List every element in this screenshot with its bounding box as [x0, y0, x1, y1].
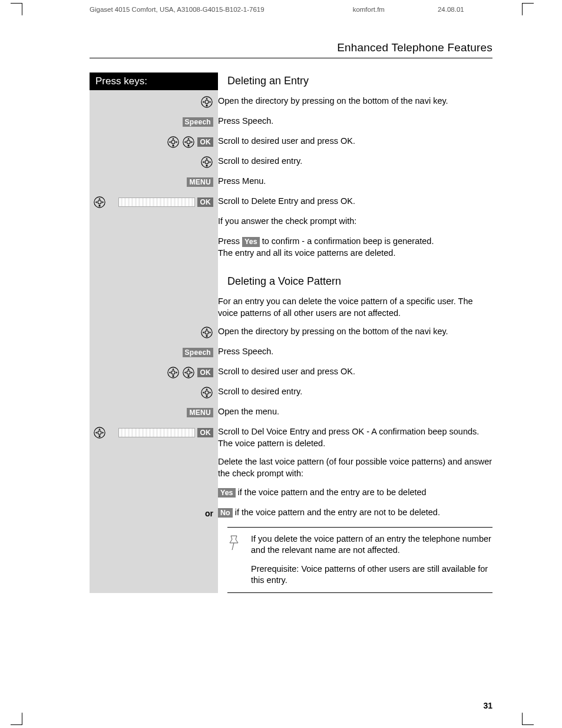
svg-marker-39 — [176, 371, 178, 374]
navi-key-icon — [200, 156, 213, 169]
svg-point-55 — [98, 431, 101, 434]
navi-key-icon — [182, 136, 195, 149]
svg-marker-28 — [98, 198, 101, 200]
svg-marker-15 — [191, 141, 193, 143]
svg-point-25 — [98, 200, 101, 204]
instruction-text: No if the voice pattern and the entry ar… — [218, 507, 492, 519]
note-paragraph: Prerequisite: Voice patterns of other us… — [251, 564, 492, 587]
instruction-text: Scroll to desired user and press OK. — [218, 136, 492, 147]
instruction-text: Scroll to desired entry. — [218, 386, 492, 398]
section-title: Enhanced Telephone Features — [90, 41, 492, 58]
heading-deleting-entry: Deleting an Entry — [227, 75, 492, 87]
navi-key-icon — [167, 136, 180, 149]
note-paragraph: If you delete the voice pattern of an en… — [251, 533, 492, 556]
navi-key-icon — [93, 196, 106, 209]
speech-key-label: Speech — [183, 348, 214, 357]
instruction-text: Press Yes to confirm - a confirmation be… — [218, 236, 492, 259]
svg-marker-57 — [103, 431, 104, 434]
svg-marker-10 — [173, 138, 175, 140]
svg-rect-35 — [206, 335, 208, 337]
svg-line-60 — [232, 543, 234, 550]
instruction-text: If you answer the check prompt with: — [218, 216, 492, 228]
svg-marker-52 — [206, 388, 208, 390]
no-key-label: No — [218, 508, 233, 518]
heading-deleting-voice-pattern: Deleting a Voice Pattern — [227, 275, 492, 288]
text-fragment: Press — [218, 236, 242, 246]
navi-key-icon — [200, 95, 213, 108]
svg-marker-9 — [176, 141, 178, 143]
pushpin-icon — [227, 533, 243, 587]
instruction-text: Scroll to Delete Entry and press OK. — [218, 196, 492, 207]
svg-point-13 — [187, 140, 190, 144]
instruction-text: Press Speech. — [218, 116, 492, 127]
ok-key-label: OK — [197, 137, 213, 147]
navi-key-icon — [182, 366, 195, 379]
doc-date: 24.08.01 — [438, 6, 464, 13]
note-box: If you delete the voice pattern of an en… — [227, 527, 492, 593]
text-fragment: to confirm - a confirmation beep is gene… — [260, 236, 434, 246]
menu-key-label: MENU — [187, 177, 213, 187]
svg-marker-2 — [203, 101, 204, 103]
svg-point-1 — [205, 100, 209, 104]
doc-file: komfort.fm — [353, 6, 385, 13]
svg-point-49 — [205, 391, 209, 394]
navi-key-icon — [200, 326, 213, 339]
svg-point-31 — [205, 331, 209, 334]
svg-marker-51 — [210, 391, 211, 394]
svg-marker-26 — [95, 201, 97, 203]
svg-marker-45 — [191, 371, 193, 374]
press-keys-header: Press keys: — [90, 73, 218, 90]
instruction-text: Open the directory by pressing on the bo… — [218, 95, 492, 107]
instruction-text: Scroll to Del Voice Entry and press OK -… — [218, 426, 492, 449]
instructions-column: Deleting an Entry Open the directory by … — [218, 73, 492, 593]
svg-marker-40 — [173, 368, 175, 370]
svg-rect-59 — [99, 436, 101, 437]
svg-marker-32 — [203, 331, 204, 334]
speech-key-label: Speech — [183, 117, 214, 127]
input-field-icon — [118, 197, 195, 207]
svg-point-7 — [171, 140, 175, 144]
input-field-icon — [118, 428, 195, 437]
instruction-text: Open the directory by pressing on the bo… — [218, 326, 492, 338]
svg-marker-38 — [169, 371, 171, 374]
svg-marker-4 — [206, 98, 208, 100]
text-fragment: The entry and all its voice patterns are… — [218, 248, 395, 258]
svg-rect-47 — [188, 375, 190, 377]
navi-key-icon — [167, 366, 180, 379]
svg-marker-21 — [210, 161, 211, 163]
yes-key-label: Yes — [218, 488, 236, 498]
ok-key-label: OK — [197, 368, 213, 377]
svg-marker-14 — [184, 141, 186, 143]
svg-marker-22 — [206, 158, 208, 160]
svg-point-19 — [205, 160, 209, 164]
svg-rect-29 — [99, 205, 101, 207]
instruction-text: For an entry you can delete the voice pa… — [218, 296, 492, 319]
svg-rect-17 — [188, 145, 190, 147]
ok-key-label: OK — [197, 197, 213, 207]
instruction-text: Delete the last voice pattern (of four p… — [218, 456, 492, 479]
svg-marker-3 — [210, 101, 211, 103]
ok-key-label: OK — [197, 428, 213, 437]
svg-marker-8 — [169, 141, 171, 143]
svg-marker-50 — [203, 391, 204, 394]
or-label: or — [205, 509, 213, 518]
doc-id: Gigaset 4015 Comfort, USA, A31008-G4015-… — [90, 6, 265, 13]
svg-marker-58 — [98, 429, 101, 430]
svg-marker-27 — [103, 201, 104, 203]
svg-marker-44 — [184, 371, 186, 374]
page-number: 31 — [483, 701, 492, 710]
instruction-text: Press Speech. — [218, 346, 492, 358]
yes-key-label: Yes — [242, 237, 260, 247]
svg-rect-11 — [173, 145, 174, 147]
svg-marker-34 — [206, 328, 208, 330]
navi-key-icon — [200, 386, 213, 399]
navi-key-icon — [93, 426, 106, 439]
svg-marker-16 — [188, 138, 190, 140]
instruction-text: Press Menu. — [218, 176, 492, 187]
text-fragment: if the voice pattern and the entry are n… — [233, 508, 440, 517]
svg-point-37 — [171, 371, 175, 374]
svg-rect-23 — [206, 165, 208, 167]
instruction-text: Scroll to desired entry. — [218, 156, 492, 167]
menu-key-label: MENU — [187, 408, 213, 417]
svg-marker-33 — [210, 331, 211, 334]
